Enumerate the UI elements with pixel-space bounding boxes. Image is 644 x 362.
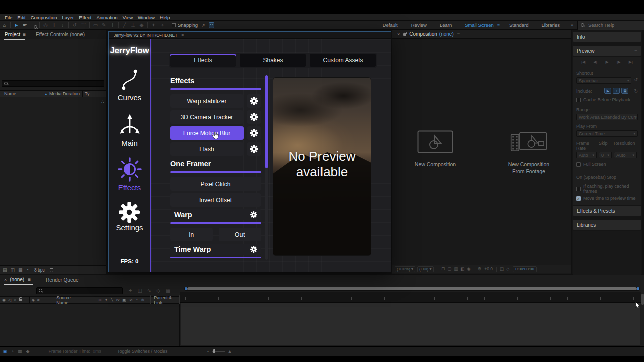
effects-icon[interactable]: fx (116, 298, 119, 302)
reset-icon[interactable]: ↺ (634, 77, 638, 82)
skip-dropdown[interactable]: 0▾ (599, 152, 612, 158)
jerryflow-title-bar[interactable]: JerryFlow V2 BY INTRO-HD.NET ≡ (109, 32, 391, 39)
effect-settings-gear-button[interactable] (247, 94, 261, 108)
new-composition-icon[interactable]: ▦ (18, 267, 23, 273)
composition-mini-flowchart-icon[interactable]: ✦ (128, 288, 132, 293)
libraries-panel-header[interactable]: Libraries (573, 220, 641, 230)
channel-icon[interactable]: ◧ (460, 266, 464, 272)
sidebar-item-effects[interactable]: Effects (117, 156, 142, 192)
menu-file[interactable]: File (2, 15, 15, 20)
selection-tool-icon[interactable]: ► (12, 22, 21, 28)
memory-icon[interactable]: ▦ (18, 349, 22, 354)
adjustment-icon[interactable]: ◔ (136, 298, 138, 302)
snapshot-icon[interactable]: ◫ (500, 266, 504, 272)
workspace-small-screen[interactable]: Small Screen (458, 22, 500, 28)
performance-icon[interactable]: ◔ (11, 349, 14, 354)
play-from-dropdown[interactable]: Current Time▾ (576, 130, 638, 137)
clone-stamp-tool-icon[interactable]: ⊥ (129, 22, 137, 28)
panel-menu-icon[interactable]: ≡ (457, 31, 460, 37)
close-icon[interactable]: × (4, 277, 7, 282)
lock-icon[interactable] (19, 298, 25, 302)
scrollbar-thumb[interactable] (265, 75, 268, 168)
collapse-icon[interactable]: ✦ (105, 298, 108, 302)
resolution-dropdown[interactable]: Auto▾ (614, 152, 637, 158)
move-time-checkbox[interactable]: ✓ (576, 196, 581, 201)
type-tool-icon[interactable]: T (108, 22, 117, 28)
help-search-input[interactable] (587, 22, 644, 28)
rectangle-tool-icon[interactable]: ▭ (91, 22, 100, 28)
menu-window[interactable]: Window (135, 15, 157, 20)
effect-settings-gear-button[interactable] (247, 110, 261, 124)
effect-settings-gear-button[interactable] (247, 142, 261, 156)
zoom-in-mountain-icon[interactable]: ▲ (227, 349, 232, 354)
last-frame-icon[interactable]: ▶| (629, 60, 633, 64)
transparency-grid-icon[interactable]: ▢ (447, 266, 451, 272)
effects-list-scrollbar[interactable] (265, 75, 268, 260)
zoom-out-mountain-icon[interactable]: ▲ (207, 350, 210, 353)
tab-render-queue[interactable]: Render Queue (46, 277, 79, 283)
gpu-icon[interactable]: ◆ (26, 349, 29, 354)
effect-settings-gear-button[interactable] (247, 126, 261, 140)
sidebar-item-main[interactable]: Main (117, 112, 142, 147)
tab-composition[interactable]: Composition (409, 31, 437, 37)
puppet-pin-tool-icon[interactable]: ⌖ (158, 22, 167, 28)
menu-effect[interactable]: Effect (76, 15, 94, 20)
menu-help[interactable]: Help (157, 15, 173, 20)
menu-layer[interactable]: Layer (60, 15, 77, 20)
tab-effects[interactable]: Effects (170, 54, 236, 67)
timeline-tracks[interactable] (181, 303, 640, 345)
zoom-slider[interactable] (212, 351, 225, 352)
pen-tool-icon[interactable]: ✎ (100, 22, 108, 28)
draft-3d-icon[interactable]: ◫ (137, 288, 142, 293)
orbit-camera-tool-icon[interactable]: ◎ (41, 22, 50, 28)
more-workspaces-icon[interactable]: » (567, 23, 577, 28)
motion-blur-icon[interactable]: ◇ (156, 288, 160, 293)
layer-number-icon[interactable]: # (37, 298, 39, 302)
effect-3d-camera-tracker-button[interactable]: 3D Camera Tracker (170, 110, 244, 124)
first-frame-icon[interactable]: |◀ (581, 60, 585, 64)
work-area-start-handle[interactable] (185, 287, 187, 290)
toggle-switches-modes-button[interactable]: Toggle Switches / Modes (117, 349, 168, 354)
timeline-layer-list[interactable] (0, 304, 180, 346)
effect-force-motion-blur-button[interactable]: Force Motion Blur (170, 126, 244, 140)
new-folder-icon[interactable]: ◫ (11, 267, 15, 273)
quality-icon[interactable]: ╲ (111, 298, 113, 302)
cache-before-playback-checkbox[interactable] (576, 98, 581, 102)
effects-presets-panel-header[interactable]: Effects & Presets (573, 206, 641, 216)
menu-composition[interactable]: Composition (28, 15, 60, 20)
work-area-end-handle[interactable] (637, 287, 639, 290)
roto-brush-tool-icon[interactable]: ✦ (149, 22, 158, 28)
play-icon[interactable]: ▶ (605, 60, 608, 64)
effect-invert-offset-button[interactable]: Invert Offset (170, 193, 261, 207)
roi-icon[interactable]: ⊡ (441, 266, 445, 272)
audio-icon[interactable]: ◁ (8, 298, 11, 302)
full-screen-checkbox[interactable] (576, 162, 581, 167)
graph-editor-icon[interactable]: ▦ (166, 288, 170, 293)
next-frame-icon[interactable]: |▶ (617, 60, 621, 64)
anchor-point-tool-icon[interactable]: ⬚ (79, 22, 88, 28)
frame-blending-icon[interactable]: ∿ (147, 288, 151, 293)
panel-menu-icon[interactable]: ≡ (28, 277, 31, 282)
timecode-display[interactable]: 0:00:00:00 (513, 266, 537, 272)
effect-warp-in-button[interactable]: In (170, 228, 213, 241)
close-icon[interactable]: × (397, 32, 400, 37)
timeline-vertical-scrollbar[interactable] (641, 294, 644, 305)
tab-effect-controls[interactable]: Effect Controls (none) (36, 32, 85, 37)
adjust-icon[interactable]: ◔ (26, 267, 29, 273)
delete-icon[interactable] (50, 268, 53, 272)
pan-camera-tool-icon[interactable]: ✛ (50, 22, 58, 28)
interpret-footage-icon[interactable]: ▤ (3, 267, 7, 273)
info-panel-header[interactable]: Info (573, 32, 641, 42)
panel-menu-icon[interactable]: ≡ (634, 48, 637, 54)
project-bit-depth[interactable]: 8 bpc (34, 267, 45, 273)
column-media-duration[interactable]: Media Duration (49, 91, 80, 96)
motion-blur-icon[interactable]: ⊘ (129, 298, 133, 302)
if-caching-checkbox[interactable] (576, 187, 581, 191)
include-audio-icon[interactable]: ♪ (613, 88, 620, 94)
show-snapshot-icon[interactable]: ◇ (506, 266, 510, 272)
preview-panel-header[interactable]: Preview≡ (573, 46, 641, 56)
timeline-horizontal-scrollbar[interactable] (184, 287, 640, 291)
rotation-tool-icon[interactable]: ↺ (70, 22, 79, 28)
snapping-checkbox[interactable] (172, 23, 176, 27)
include-video-icon[interactable]: ▶ (604, 88, 611, 94)
